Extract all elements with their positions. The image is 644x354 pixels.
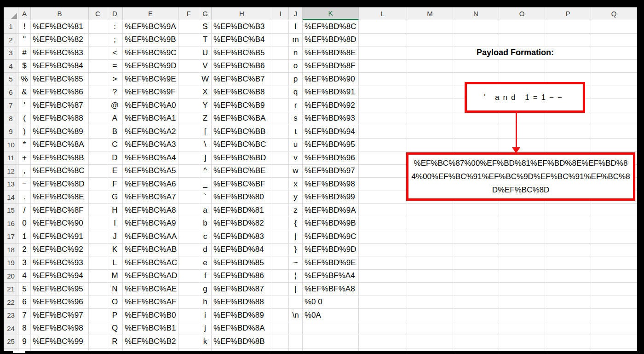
cell-k3[interactable]: %EF%BD%8E bbox=[303, 46, 359, 60]
cell-i23[interactable] bbox=[272, 309, 289, 322]
cell-e4[interactable]: %EF%BC%9D bbox=[123, 60, 178, 73]
cell-d18[interactable]: K bbox=[107, 244, 123, 257]
cell-h16[interactable]: %EF%BD%82 bbox=[212, 217, 272, 231]
cell-h[interactable] bbox=[212, 348, 272, 351]
cell-h23[interactable]: %EF%BD%89 bbox=[212, 309, 272, 322]
cell-k9[interactable]: %EF%BD%94 bbox=[303, 125, 359, 139]
cell-l1[interactable] bbox=[359, 20, 407, 34]
cell-h5[interactable]: %EF%BC%B7 bbox=[212, 73, 272, 86]
cell-n23[interactable] bbox=[453, 309, 499, 322]
cell-c25[interactable] bbox=[89, 335, 107, 348]
cell-f13[interactable] bbox=[178, 178, 199, 191]
cell-m10[interactable] bbox=[407, 139, 453, 152]
cell-n21[interactable] bbox=[453, 283, 499, 296]
cell-j19[interactable]: ~ bbox=[289, 256, 303, 270]
cell-a16[interactable]: 0 bbox=[18, 217, 31, 231]
cell-e15[interactable]: %EF%BC%A8 bbox=[123, 204, 178, 217]
cell-a2[interactable]: " bbox=[18, 34, 31, 47]
cell-o9[interactable] bbox=[499, 125, 545, 139]
cell-c18[interactable] bbox=[89, 244, 107, 257]
cell-i6[interactable] bbox=[272, 86, 289, 99]
cell-e10[interactable]: %EF%BC%A3 bbox=[123, 139, 178, 152]
cell-g1[interactable]: S bbox=[199, 20, 212, 34]
cell-d6[interactable]: ? bbox=[107, 86, 123, 99]
row-header-20[interactable]: 20 bbox=[4, 270, 18, 283]
cell-n18[interactable] bbox=[453, 244, 499, 257]
cell-n20[interactable] bbox=[453, 270, 499, 283]
cell-j25[interactable] bbox=[289, 335, 303, 348]
cell-q19[interactable] bbox=[591, 256, 637, 270]
cell-k2[interactable]: %EF%BD%8D bbox=[303, 34, 359, 47]
column-header-f[interactable]: F bbox=[178, 7, 199, 20]
cell-o18[interactable] bbox=[499, 244, 545, 257]
row-header-6[interactable]: 6 bbox=[4, 86, 18, 99]
cell-i5[interactable] bbox=[272, 73, 289, 86]
cell-g21[interactable]: g bbox=[199, 283, 212, 296]
cell-a13[interactable]: − bbox=[18, 178, 31, 191]
cell-k13[interactable]: %EF%BD%98 bbox=[303, 178, 359, 191]
cell-q20[interactable] bbox=[591, 270, 637, 283]
cell-f5[interactable] bbox=[178, 73, 199, 86]
cell-i4[interactable] bbox=[272, 60, 289, 73]
cell-g11[interactable]: ] bbox=[199, 151, 212, 165]
cell-m8[interactable] bbox=[407, 112, 453, 126]
cell-g[interactable] bbox=[199, 348, 212, 351]
cell-p25[interactable] bbox=[545, 335, 591, 348]
row-header-4[interactable]: 4 bbox=[4, 60, 18, 73]
cell-g25[interactable]: k bbox=[199, 335, 212, 348]
cell-b14[interactable]: %EF%BC%8E bbox=[31, 191, 89, 204]
cell-e14[interactable]: %EF%BC%A7 bbox=[123, 191, 178, 204]
cell-p1[interactable] bbox=[545, 20, 591, 34]
cell-c16[interactable] bbox=[89, 217, 107, 231]
cell-i18[interactable] bbox=[272, 244, 289, 257]
row-header-8[interactable]: 8 bbox=[4, 112, 18, 126]
cell-c[interactable] bbox=[89, 348, 107, 351]
cell-l14[interactable] bbox=[359, 191, 407, 204]
cell-h22[interactable]: %EF%BD%88 bbox=[212, 296, 272, 309]
cell-b16[interactable]: %EF%BC%90 bbox=[31, 217, 89, 231]
cell-k25[interactable] bbox=[303, 335, 359, 348]
cell-f22[interactable] bbox=[178, 296, 199, 309]
column-header-e[interactable]: E bbox=[123, 7, 178, 20]
cell-g16[interactable]: b bbox=[199, 217, 212, 231]
cell-b1[interactable]: %EF%BC%81 bbox=[31, 20, 89, 34]
cell-b21[interactable]: %EF%BC%95 bbox=[31, 283, 89, 296]
cell-e13[interactable]: %EF%BC%A6 bbox=[123, 178, 178, 191]
cell-a3[interactable]: # bbox=[18, 46, 31, 60]
cell-h14[interactable]: %EF%BD%80 bbox=[212, 191, 272, 204]
cell-b12[interactable]: %EF%BC%8C bbox=[31, 165, 89, 178]
cell-j20[interactable]: ¦ bbox=[289, 270, 303, 283]
cell-q10[interactable] bbox=[591, 139, 637, 152]
cell-q16[interactable] bbox=[591, 217, 637, 231]
cell-f24[interactable] bbox=[178, 322, 199, 336]
cell-b2[interactable]: %EF%BC%82 bbox=[31, 34, 89, 47]
cell-f17[interactable] bbox=[178, 230, 199, 244]
cell-l9[interactable] bbox=[359, 125, 407, 139]
cell-q8[interactable] bbox=[591, 112, 637, 126]
cell-m3[interactable] bbox=[407, 46, 453, 60]
cell-m24[interactable] bbox=[407, 322, 453, 336]
cell-c17[interactable] bbox=[89, 230, 107, 244]
cell-k22[interactable]: %0 0 bbox=[303, 296, 359, 309]
cell-a5[interactable]: % bbox=[18, 73, 31, 86]
cell-a25[interactable]: 9 bbox=[18, 335, 31, 348]
column-header-i[interactable]: I bbox=[272, 7, 289, 20]
cell-c14[interactable] bbox=[89, 191, 107, 204]
cell-h25[interactable]: %EF%BD%8B bbox=[212, 335, 272, 348]
cell-l19[interactable] bbox=[359, 256, 407, 270]
cell-n10[interactable] bbox=[453, 139, 499, 152]
cell-i15[interactable] bbox=[272, 204, 289, 217]
cell-f6[interactable] bbox=[178, 86, 199, 99]
cell-j[interactable] bbox=[289, 348, 303, 351]
cell-f[interactable] bbox=[178, 348, 199, 351]
cell-m18[interactable] bbox=[407, 244, 453, 257]
cell-o10[interactable] bbox=[499, 139, 545, 152]
cell-g22[interactable]: h bbox=[199, 296, 212, 309]
cell-l20[interactable] bbox=[359, 270, 407, 283]
cell-p19[interactable] bbox=[545, 256, 591, 270]
cell-c11[interactable] bbox=[89, 151, 107, 165]
cell-b15[interactable]: %EF%BC%8F bbox=[31, 204, 89, 217]
cell-m2[interactable] bbox=[407, 34, 453, 47]
cell-n8[interactable] bbox=[453, 112, 499, 126]
cell-f1[interactable] bbox=[178, 20, 199, 34]
